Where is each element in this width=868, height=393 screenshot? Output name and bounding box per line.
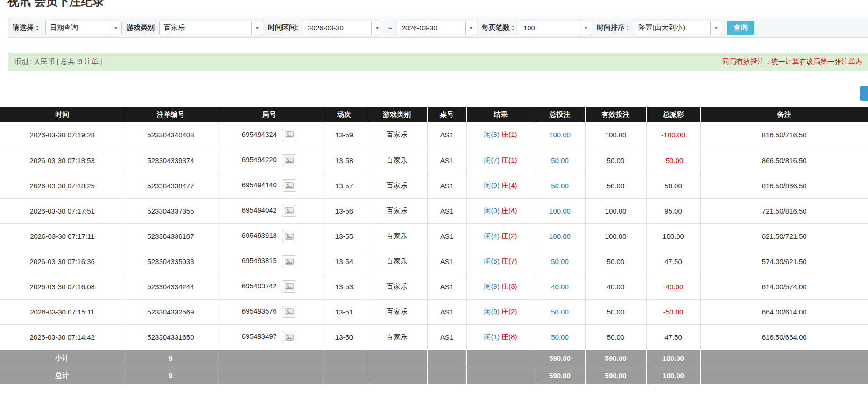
result-player: 闲(1) xyxy=(484,333,500,341)
result-banker: 庄(4) xyxy=(501,181,517,189)
cell-payout: -40.00 xyxy=(646,274,700,299)
round-image-button[interactable] xyxy=(282,230,296,242)
cell-table-no: AS1 xyxy=(427,223,466,249)
chevron-down-icon[interactable]: ▾ xyxy=(251,21,263,35)
table-row: 2026-03-30 07:17:51 523304337355 6954940… xyxy=(0,198,868,223)
header-session: 场次 xyxy=(322,107,367,122)
cell-time: 2026-03-30 07:18:25 xyxy=(0,173,125,198)
total-bet-link[interactable]: 50.00 xyxy=(551,182,569,190)
round-image-button[interactable] xyxy=(282,306,296,318)
cell-game-type: 百家乐 xyxy=(367,173,427,198)
chevron-down-icon[interactable]: ▾ xyxy=(371,21,383,35)
sort-order-combo[interactable]: 降幂(由大到小) ▾ xyxy=(634,21,722,35)
round-number: 695493497 xyxy=(242,332,277,340)
round-number: 695494140 xyxy=(242,181,277,189)
subtotal-total-bet: 590.00 xyxy=(535,350,585,367)
cell-valid-bet: 50.00 xyxy=(585,249,646,274)
summary-currency-count: 币别 : 人民币 | 总共 :9 注单 | xyxy=(14,57,102,66)
round-image-button[interactable] xyxy=(282,205,296,217)
chevron-down-icon[interactable]: ▾ xyxy=(710,21,722,35)
subtotal-valid-bet: 590.00 xyxy=(585,350,646,367)
cell-table-no: AS1 xyxy=(427,249,466,274)
cell-bet-id: 523304335033 xyxy=(125,249,217,274)
cell-bet-id: 523304337355 xyxy=(125,198,217,223)
game-type-combo[interactable]: 百家乐 ▾ xyxy=(159,21,263,35)
total-bet-link[interactable]: 100.00 xyxy=(549,131,571,139)
cell-table-no: AS1 xyxy=(427,299,466,324)
chevron-down-icon[interactable]: ▾ xyxy=(580,21,592,35)
date-to-value: 2026-03-30 xyxy=(397,21,465,35)
image-icon xyxy=(285,157,294,164)
date-from-combo[interactable]: 2026-03-30 ▾ xyxy=(303,21,383,35)
cell-session: 13-54 xyxy=(322,249,367,274)
cell-result: 闲(9) 庄(4) xyxy=(466,173,535,198)
round-number: 695493576 xyxy=(242,307,277,315)
cell-time: 2026-03-30 07:15:11 xyxy=(0,299,125,324)
total-bet-link[interactable]: 100.00 xyxy=(549,232,571,240)
cell-game-type: 百家乐 xyxy=(367,299,427,324)
result-player: 闲(6) xyxy=(484,257,500,265)
cell-result: 闲(7) 庄(1) xyxy=(466,148,535,173)
search-button[interactable]: 查询 xyxy=(727,21,754,35)
clipped-edge-button[interactable] xyxy=(860,86,868,101)
select-type-combo[interactable]: 日期查询 ▾ xyxy=(45,21,122,35)
round-image-button[interactable] xyxy=(282,255,296,267)
cell-game-type: 百家乐 xyxy=(367,148,427,173)
header-round: 局号 xyxy=(217,107,322,122)
round-image-button[interactable] xyxy=(282,280,296,293)
game-type-label: 游戏类别 xyxy=(127,23,155,32)
table-body: 2026-03-30 07:19:28 523304340408 6954943… xyxy=(0,122,868,350)
total-bet-link[interactable]: 50.00 xyxy=(551,333,569,341)
subtotal-count: 9 xyxy=(125,350,217,367)
cell-note: 621.50/721.50 xyxy=(700,223,868,249)
round-image-button[interactable] xyxy=(282,129,296,141)
result-banker: 庄(1) xyxy=(501,156,517,164)
cell-note: 721.50/816.50 xyxy=(700,198,868,223)
cell-bet-id: 523304332569 xyxy=(125,299,217,324)
result-player: 闲(7) xyxy=(484,156,500,164)
cell-time: 2026-03-30 07:18:53 xyxy=(0,148,125,173)
total-bet-link[interactable]: 50.00 xyxy=(551,308,569,316)
table-row: 2026-03-30 07:14:42 523304331650 6954934… xyxy=(0,324,868,350)
table-row: 2026-03-30 07:16:36 523304335033 6954938… xyxy=(0,249,868,274)
round-image-button[interactable] xyxy=(282,179,296,192)
total-bet-link[interactable]: 50.00 xyxy=(551,257,569,265)
result-banker: 庄(4) xyxy=(501,207,517,214)
cell-time: 2026-03-30 07:17:11 xyxy=(0,223,125,249)
date-from-value: 2026-03-30 xyxy=(303,21,371,35)
cell-session: 13-55 xyxy=(322,223,367,249)
header-note: 备注 xyxy=(700,107,868,122)
image-icon xyxy=(285,233,294,240)
cell-payout: 100.00 xyxy=(646,223,700,249)
table-row: 2026-03-30 07:18:25 523304338477 6954941… xyxy=(0,173,868,198)
table-row: 2026-03-30 07:15:11 523304332569 6954935… xyxy=(0,299,868,324)
cell-round: 695493918 xyxy=(217,223,322,249)
cell-result: 闲(9) 庄(2) xyxy=(466,299,535,324)
cell-total-bet: 100.00 xyxy=(535,122,585,148)
total-bet-link[interactable]: 40.00 xyxy=(551,283,569,291)
round-number: 695493918 xyxy=(242,231,277,239)
cell-valid-bet: 40.00 xyxy=(585,274,646,299)
cell-payout: 47.50 xyxy=(646,249,700,274)
cell-game-type: 百家乐 xyxy=(367,324,427,350)
total-bet-link[interactable]: 100.00 xyxy=(549,207,571,215)
page-size-combo[interactable]: 100 ▾ xyxy=(519,21,592,35)
image-icon xyxy=(285,207,294,214)
cell-valid-bet: 100.00 xyxy=(585,122,646,148)
cell-bet-id: 523304336107 xyxy=(125,223,217,249)
cell-bet-id: 523304334244 xyxy=(125,274,217,299)
round-image-button[interactable] xyxy=(282,331,296,343)
chevron-down-icon[interactable]: ▾ xyxy=(465,21,477,35)
cell-round: 695494042 xyxy=(217,198,322,223)
chevron-down-icon[interactable]: ▾ xyxy=(110,21,121,35)
cell-payout: -100.00 xyxy=(646,122,700,148)
image-icon xyxy=(285,131,294,138)
cell-round: 695494324 xyxy=(217,122,322,148)
cell-session: 13-56 xyxy=(322,198,367,223)
header-table-no: 桌号 xyxy=(427,107,466,122)
cell-time: 2026-03-30 07:14:42 xyxy=(0,324,125,350)
round-image-button[interactable] xyxy=(282,154,296,166)
cell-table-no: AS1 xyxy=(427,198,466,223)
date-to-combo[interactable]: 2026-03-30 ▾ xyxy=(397,21,477,35)
total-bet-link[interactable]: 50.00 xyxy=(551,157,569,164)
